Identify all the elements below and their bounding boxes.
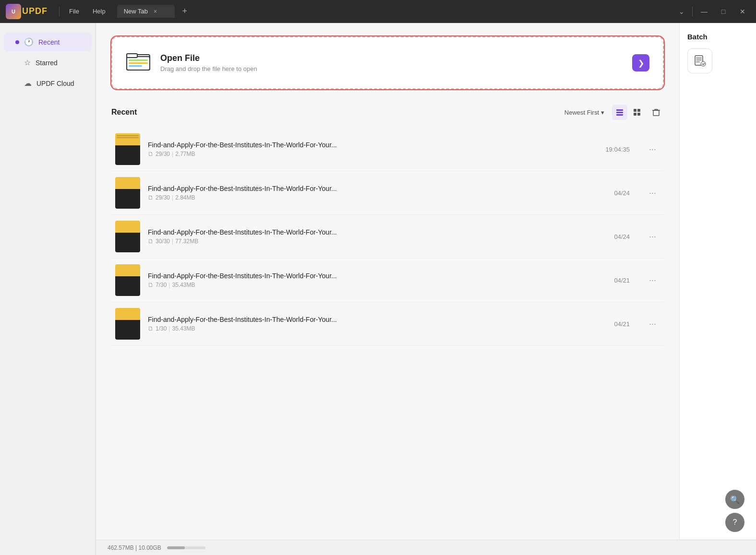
table-row[interactable]: Find-and-Apply-For-the-Best-Institutes-I… bbox=[111, 215, 664, 259]
titlebar: U UPDF File Help New Tab × + ⌄ — □ ✕ bbox=[0, 0, 756, 23]
page-icon: 🗋 bbox=[148, 194, 154, 201]
file-name: Find-and-Apply-For-the-Best-Institutes-I… bbox=[148, 228, 584, 236]
file-date: 04/24 bbox=[591, 233, 630, 240]
svg-rect-12 bbox=[637, 113, 640, 116]
sidebar-item-recent[interactable]: 🕐 Recent bbox=[4, 33, 92, 51]
sort-chevron-icon: ▾ bbox=[601, 109, 604, 116]
table-row[interactable]: Find-and-Apply-For-the-Best-Institutes-I… bbox=[111, 171, 664, 215]
tab-new[interactable]: New Tab × bbox=[117, 5, 175, 18]
file-size: 2.84MB bbox=[175, 194, 195, 201]
page-icon: 🗋 bbox=[148, 282, 154, 288]
file-info: Find-and-Apply-For-the-Best-Institutes-I… bbox=[148, 272, 584, 288]
sidebar-item-cloud[interactable]: ☁ UPDF Cloud bbox=[4, 74, 92, 93]
file-pages: 1/30 bbox=[156, 325, 167, 332]
table-row[interactable]: Find-and-Apply-For-the-Best-Institutes-I… bbox=[111, 259, 664, 302]
file-more-btn[interactable]: ··· bbox=[645, 186, 660, 200]
starred-star-icon: ☆ bbox=[24, 58, 31, 67]
open-file-subtitle: Drag and drop the file here to open bbox=[160, 65, 257, 72]
file-pages: 7/30 bbox=[156, 282, 167, 288]
sidebar-item-starred-label: Starred bbox=[36, 59, 58, 67]
page-icon: 🗋 bbox=[148, 238, 154, 245]
file-date: 19:04:35 bbox=[591, 146, 630, 153]
open-file-arrow-btn[interactable]: ❯ bbox=[632, 54, 649, 71]
search-float-icon: 🔍 bbox=[730, 495, 740, 504]
svg-rect-6 bbox=[616, 109, 623, 111]
list-view-btn[interactable] bbox=[612, 105, 627, 120]
sidebar-item-recent-label: Recent bbox=[38, 38, 60, 46]
file-thumbnail bbox=[115, 133, 140, 165]
page-icon: 🗋 bbox=[148, 325, 154, 332]
tab-add-btn[interactable]: + bbox=[179, 5, 191, 18]
svg-rect-4 bbox=[129, 62, 148, 64]
table-row[interactable]: Find-and-Apply-For-the-Best-Institutes-I… bbox=[111, 128, 664, 171]
open-file-drop-zone[interactable]: Open File Drag and drop the file here to… bbox=[111, 36, 664, 89]
help-float-btn[interactable]: ? bbox=[725, 513, 744, 532]
file-meta: 🗋 30/30 | 77.32MB bbox=[148, 238, 584, 245]
svg-rect-21 bbox=[696, 61, 700, 62]
titlebar-dropdown-btn[interactable]: ⌄ bbox=[675, 6, 688, 17]
help-float-icon: ? bbox=[733, 518, 737, 527]
tab-label: New Tab bbox=[124, 8, 148, 15]
sidebar-item-starred[interactable]: ☆ Starred bbox=[4, 53, 92, 72]
close-btn[interactable]: ✕ bbox=[735, 4, 750, 19]
svg-rect-20 bbox=[696, 59, 702, 60]
titlebar-divider bbox=[692, 7, 693, 16]
file-thumbnail bbox=[115, 177, 140, 209]
file-more-btn[interactable]: ··· bbox=[645, 317, 660, 331]
table-row[interactable]: Find-and-Apply-For-the-Best-Institutes-I… bbox=[111, 302, 664, 346]
file-meta: 🗋 29/30 | 2.84MB bbox=[148, 194, 584, 201]
svg-rect-11 bbox=[634, 113, 636, 116]
file-more-btn[interactable]: ··· bbox=[645, 273, 660, 287]
svg-rect-2 bbox=[127, 54, 137, 58]
file-size: 35.43MB bbox=[172, 325, 195, 332]
content-area: Open File Drag and drop the file here to… bbox=[96, 23, 679, 555]
grid-view-btn[interactable] bbox=[629, 105, 645, 120]
svg-rect-7 bbox=[616, 112, 623, 113]
list-view-icon bbox=[615, 108, 624, 117]
menu-help[interactable]: Help bbox=[87, 6, 111, 17]
floating-buttons: 🔍 ? bbox=[725, 490, 744, 532]
titlebar-separator bbox=[59, 7, 60, 16]
maximize-btn[interactable]: □ bbox=[716, 4, 731, 19]
file-name: Find-and-Apply-For-the-Best-Institutes-I… bbox=[148, 141, 584, 149]
file-info: Find-and-Apply-For-the-Best-Institutes-I… bbox=[148, 228, 584, 245]
search-float-btn[interactable]: 🔍 bbox=[725, 490, 744, 509]
file-thumbnail bbox=[115, 221, 140, 252]
file-list: Find-and-Apply-For-the-Best-Institutes-I… bbox=[111, 128, 664, 346]
storage-status-text: 462.57MB | 10.00GB bbox=[108, 544, 161, 551]
file-name: Find-and-Apply-For-the-Best-Institutes-I… bbox=[148, 272, 584, 280]
recent-clock-icon: 🕐 bbox=[24, 37, 34, 47]
file-date: 04/21 bbox=[591, 277, 630, 284]
file-size: 77.32MB bbox=[175, 238, 198, 245]
svg-rect-13 bbox=[653, 110, 659, 116]
minimize-btn[interactable]: — bbox=[696, 4, 712, 19]
storage-progress-fill bbox=[167, 546, 185, 549]
file-more-btn[interactable]: ··· bbox=[645, 230, 660, 244]
titlebar-right-controls: ⌄ — □ ✕ bbox=[675, 4, 750, 19]
delete-btn[interactable] bbox=[648, 105, 664, 120]
menu-bar: File Help bbox=[63, 6, 111, 17]
menu-file[interactable]: File bbox=[63, 6, 85, 17]
status-bar: 462.57MB | 10.00GB bbox=[96, 540, 756, 555]
trash-icon bbox=[652, 108, 660, 117]
sort-label: Newest First bbox=[564, 109, 599, 116]
sort-dropdown-btn[interactable]: Newest First ▾ bbox=[564, 109, 604, 116]
file-meta: 🗋 7/30 | 35.43MB bbox=[148, 282, 584, 288]
recent-section-header: Recent Newest First ▾ bbox=[111, 105, 664, 120]
svg-point-22 bbox=[701, 61, 706, 66]
file-thumbnail bbox=[115, 308, 140, 340]
file-pages: 30/30 bbox=[156, 238, 170, 245]
file-meta: 🗋 29/30 | 2.77MB bbox=[148, 151, 584, 157]
app-logo-icon: U bbox=[6, 4, 21, 19]
cloud-icon: ☁ bbox=[24, 79, 32, 88]
file-info: Find-and-Apply-For-the-Best-Institutes-I… bbox=[148, 185, 584, 201]
file-date: 04/24 bbox=[591, 189, 630, 197]
file-meta: 🗋 1/30 | 35.43MB bbox=[148, 325, 584, 332]
open-file-text-block: Open File Drag and drop the file here to… bbox=[160, 53, 257, 72]
batch-convert-btn[interactable] bbox=[687, 48, 712, 73]
grid-view-icon bbox=[633, 108, 641, 117]
file-name: Find-and-Apply-For-the-Best-Institutes-I… bbox=[148, 316, 584, 323]
tab-close-btn[interactable]: × bbox=[154, 8, 157, 15]
sidebar: 🕐 Recent ☆ Starred ☁ UPDF Cloud bbox=[0, 23, 96, 555]
file-more-btn[interactable]: ··· bbox=[645, 142, 660, 156]
